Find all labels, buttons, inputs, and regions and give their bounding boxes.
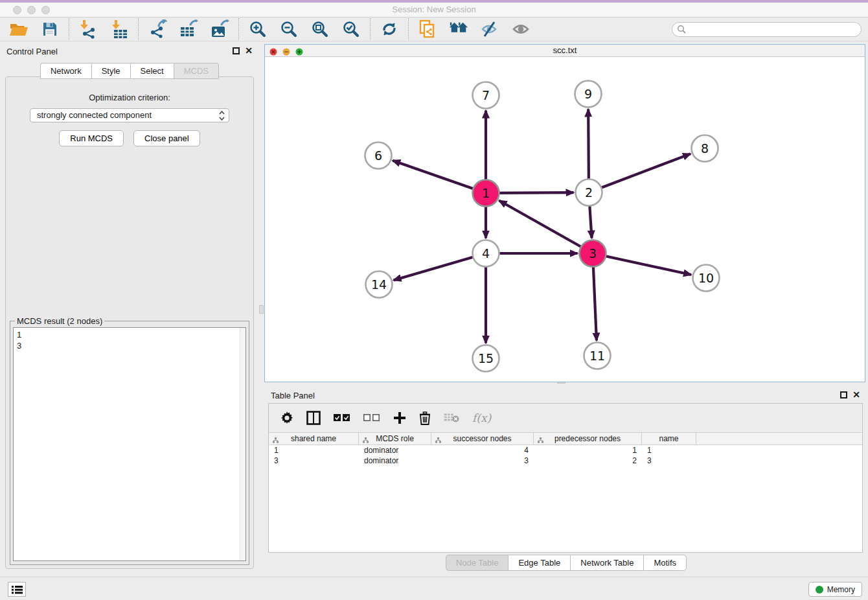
node-table-body[interactable]: 1dominator4113dominator323: [269, 445, 862, 466]
mcds-result-group: MCDS result (2 nodes) 13: [10, 321, 249, 565]
show-graphics-icon[interactable]: [510, 19, 531, 39]
criterion-dropdown[interactable]: strongly connected component: [30, 108, 229, 122]
mcds-result-line: 3: [17, 340, 242, 351]
network-window-titlebar[interactable]: scc.txt: [265, 45, 865, 57]
table-panel-tabs: Node TableEdge TableNetwork TableMotifs: [264, 555, 868, 571]
refresh-icon[interactable]: [379, 19, 400, 39]
clone-network-icon[interactable]: [417, 19, 438, 39]
table-cell[interactable]: dominator: [359, 456, 431, 466]
add-column-icon[interactable]: [393, 410, 406, 426]
table-cell[interactable]: 1: [534, 445, 642, 456]
graph-node-label-14: 14: [371, 277, 387, 292]
column-header-MCDS-role[interactable]: MCDS role: [359, 433, 431, 444]
app-titlebar: Session: New Session: [0, 3, 868, 17]
zoom-fit-icon[interactable]: [310, 19, 330, 39]
table-cell[interactable]: 3: [642, 456, 696, 466]
delete-table-icon[interactable]: [444, 410, 459, 426]
open-session-icon[interactable]: [8, 19, 29, 39]
zoom-out-icon[interactable]: [279, 19, 299, 39]
tab-network-table[interactable]: Network Table: [570, 555, 643, 571]
table-cell[interactable]: 3: [431, 456, 534, 466]
control-panel-title: Control Panel: [6, 47, 58, 56]
table-row[interactable]: 3dominator323: [269, 456, 862, 466]
graph-edge-3-1[interactable]: [499, 201, 593, 253]
graph-node-label-7: 7: [482, 88, 490, 102]
close-table-panel-icon[interactable]: ✕: [852, 389, 860, 400]
graph-edge-4-14[interactable]: [394, 253, 486, 280]
hide-graphics-icon[interactable]: [479, 19, 500, 39]
graph-node-label-2: 2: [585, 185, 593, 200]
function-builder-icon[interactable]: f(x): [472, 410, 491, 426]
table-cell[interactable]: 3: [269, 456, 359, 466]
list-icon: [12, 585, 23, 594]
search-field[interactable]: [672, 22, 862, 37]
column-header-successor-nodes[interactable]: successor nodes: [431, 433, 534, 444]
tab-mcds[interactable]: MCDS: [174, 63, 219, 79]
zoom-in-icon[interactable]: [247, 19, 268, 39]
import-table-icon[interactable]: [109, 19, 130, 39]
tab-style[interactable]: Style: [91, 63, 130, 79]
network-graph[interactable]: 7968124314101511: [265, 57, 865, 382]
delete-column-icon[interactable]: [419, 410, 431, 426]
zoom-selected-icon[interactable]: [341, 19, 361, 39]
memory-button[interactable]: Memory: [808, 582, 862, 597]
table-cell[interactable]: 1: [269, 445, 359, 456]
tab-edge-table[interactable]: Edge Table: [508, 555, 570, 571]
deselect-all-columns-icon[interactable]: [363, 410, 380, 426]
tab-select[interactable]: Select: [130, 63, 174, 79]
run-mcds-button[interactable]: Run MCDS: [59, 130, 124, 146]
network-canvas[interactable]: 7968124314101511: [265, 57, 865, 382]
table-panel-title: Table Panel: [271, 391, 315, 400]
table-cell[interactable]: 2: [534, 456, 642, 466]
node-table[interactable]: shared nameMCDS rolesuccessor nodesprede…: [269, 432, 862, 466]
graph-edge-2-8[interactable]: [589, 154, 691, 192]
main-toolbar: [0, 17, 868, 41]
export-network-icon[interactable]: [147, 19, 168, 39]
task-history-button[interactable]: [8, 582, 26, 597]
float-panel-icon[interactable]: [233, 47, 240, 54]
close-panel-icon[interactable]: ✕: [245, 45, 253, 56]
vertical-splitter-handle[interactable]: [259, 305, 264, 314]
control-panel: Control Panel ✕ NetworkStyleSelectMCDS O…: [0, 41, 259, 577]
table-row[interactable]: 1dominator411: [269, 445, 862, 456]
home-view-icon[interactable]: [448, 19, 469, 39]
node-table-header[interactable]: shared nameMCDS rolesuccessor nodesprede…: [269, 432, 862, 445]
graph-edge-3-10[interactable]: [593, 253, 691, 275]
export-image-icon[interactable]: [209, 19, 230, 39]
result-scrollbar[interactable]: [240, 328, 246, 560]
node-table-container: f(x) shared nameMCDS rolesuccessor nodes…: [268, 403, 863, 553]
maximize-window-button[interactable]: [41, 6, 50, 14]
table-cell[interactable]: 4: [431, 445, 534, 456]
tab-motifs[interactable]: Motifs: [643, 555, 687, 571]
tab-network[interactable]: Network: [40, 63, 91, 79]
float-table-panel-icon[interactable]: [840, 391, 847, 398]
table-cell[interactable]: dominator: [359, 445, 431, 456]
app-title: Session: New Session: [0, 3, 868, 17]
tab-node-table[interactable]: Node Table: [446, 555, 508, 571]
minimize-window-button[interactable]: [27, 6, 36, 14]
column-layout-icon[interactable]: [306, 410, 321, 426]
table-cell[interactable]: 1: [642, 445, 696, 456]
column-tree-icon: [435, 436, 441, 445]
save-session-icon[interactable]: [40, 19, 60, 39]
column-header-name[interactable]: name: [642, 433, 696, 444]
status-bar: Memory: [0, 577, 868, 600]
close-panel-button[interactable]: Close panel: [133, 130, 200, 146]
column-header-shared-name[interactable]: shared name: [269, 433, 359, 444]
mcds-result-text[interactable]: 13: [13, 327, 246, 561]
network-view-window[interactable]: scc.txt 7968124314101511: [264, 44, 865, 382]
table-panel: Table Panel ✕: [264, 386, 868, 577]
app-window-controls[interactable]: [13, 6, 50, 14]
graph-node-label-8: 8: [701, 141, 709, 156]
import-network-icon[interactable]: [78, 19, 98, 39]
graph-node-label-15: 15: [478, 351, 494, 365]
graph-edge-1-6[interactable]: [393, 161, 486, 193]
select-all-columns-icon[interactable]: [334, 410, 350, 426]
table-settings-gear-icon[interactable]: [280, 410, 293, 426]
memory-status-icon: [816, 586, 823, 594]
close-window-button[interactable]: [13, 6, 21, 14]
table-toolbar: f(x): [269, 404, 862, 432]
column-header-predecessor-nodes[interactable]: predecessor nodes: [534, 433, 642, 444]
search-input[interactable]: [687, 25, 861, 34]
export-table-icon[interactable]: [178, 19, 199, 39]
